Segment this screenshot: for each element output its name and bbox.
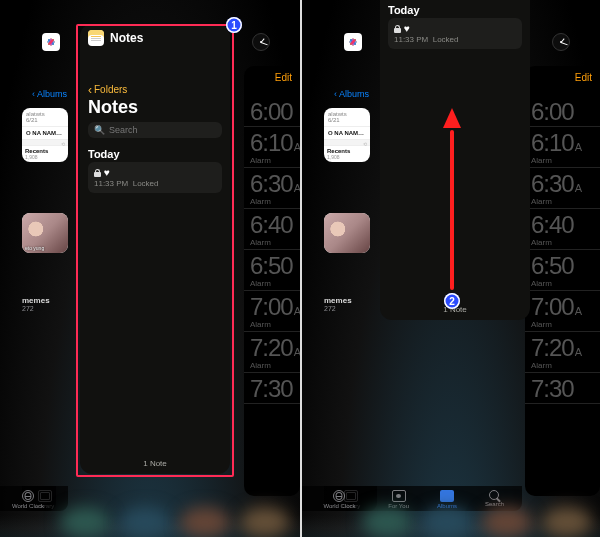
lock-icon [394, 25, 401, 33]
dock [0, 515, 300, 537]
note-item[interactable]: ♥ 11:33 PM Locked [88, 162, 222, 193]
panel-step-2: ‹Albums alatwts6/21 O NA NAM… ⟲ Recents1… [300, 0, 600, 537]
notes-app-title: Notes [110, 31, 143, 45]
clock-app-icon[interactable] [252, 33, 270, 51]
search-icon [489, 490, 499, 500]
tab-world-clock[interactable]: World Clock [12, 490, 44, 509]
photos-app-icon[interactable] [344, 33, 362, 51]
photos-media-card[interactable] [324, 213, 370, 253]
photos-card[interactable]: alatwts6/21 O NA NAM… ⟲ Recents1,908 [324, 108, 370, 162]
callout-badge-1: 1 [226, 17, 242, 33]
tab-for-you[interactable]: For You [388, 490, 409, 509]
lock-icon [94, 169, 101, 177]
clock-edit-button[interactable]: Edit [575, 72, 592, 83]
for-you-icon [392, 490, 406, 502]
notes-footer-count: 1 Note [80, 459, 230, 468]
photos-card[interactable]: alatwts6/21 O NA NAM… ⟲ Recents1,908 [22, 108, 68, 162]
photos-app-icon[interactable] [42, 33, 60, 51]
album-memes-label: memes 272 [22, 296, 50, 312]
note-item[interactable]: ♥ 11:33 PM Locked [388, 18, 522, 49]
photos-media-card[interactable]: eto yung [22, 213, 68, 253]
clock-card[interactable]: Edit 6:00 6:10AAlarm 6:30AAlarm 6:40Alar… [244, 66, 300, 496]
photos-back-albums[interactable]: ‹Albums [32, 89, 67, 99]
clock-edit-button[interactable]: Edit [275, 72, 292, 83]
clock-app-icon[interactable] [552, 33, 570, 51]
notes-search-input[interactable] [109, 125, 216, 135]
world-clock-icon [22, 490, 34, 502]
tab-search[interactable]: Search [485, 490, 504, 509]
clock-tabbar: World Clock [302, 486, 377, 511]
notes-section-today: Today [380, 4, 530, 18]
photos-back-albums[interactable]: ‹Albums [334, 89, 369, 99]
notes-heading: Notes [80, 97, 230, 122]
clock-card[interactable]: Edit 6:00 6:10AAlarm 6:30AAlarm 6:40Alar… [525, 66, 600, 496]
search-icon: 🔍 [94, 125, 105, 135]
world-clock-icon [333, 490, 345, 502]
dock [302, 515, 600, 537]
album-memes-label: memes 272 [324, 296, 352, 312]
swipe-up-arrow [450, 130, 454, 290]
panel-step-1: ‹Albums alatwts6/21 O NA NAM… ⟲ Recents1… [0, 0, 300, 537]
notes-card-swiping[interactable]: Today ♥ 11:33 PM Locked 1 Note [380, 0, 530, 320]
notes-card[interactable]: Notes ‹Folders Notes 🔍 Today ♥ 11:33 PM … [80, 24, 230, 474]
clock-tabbar: World Clock [0, 486, 56, 511]
albums-icon [440, 490, 454, 502]
tab-world-clock[interactable]: World Clock [323, 490, 355, 509]
callout-badge-2: 2 [444, 293, 460, 309]
notes-section-today: Today [80, 144, 230, 162]
notes-search-field[interactable]: 🔍 [88, 122, 222, 138]
notes-app-icon [88, 30, 104, 46]
notes-back-button[interactable]: ‹Folders [80, 82, 230, 97]
